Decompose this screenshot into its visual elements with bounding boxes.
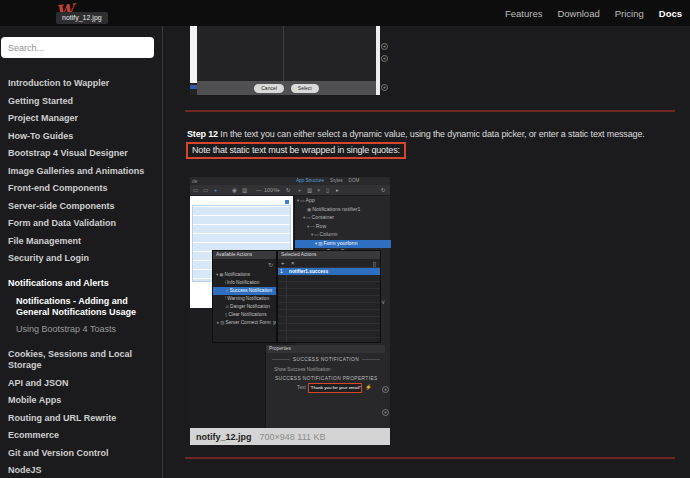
sidebar-item-serverside-components[interactable]: Server-side Components bbox=[8, 201, 156, 212]
text-property-value-highlighted: 'Thank you for your email!' bbox=[308, 383, 362, 393]
sidebar-item-project-manager[interactable]: Project Manager bbox=[8, 113, 156, 124]
zoom-level: 100% bbox=[264, 187, 278, 193]
nav-features[interactable]: Features bbox=[505, 8, 543, 19]
screenshot-page-edge bbox=[190, 26, 197, 83]
available-actions-title: Available Actions bbox=[213, 251, 276, 259]
sidebar-item-ecommerce[interactable]: Ecommerce bbox=[8, 430, 156, 441]
sidebar-item-git[interactable]: Git and Version Control bbox=[8, 448, 156, 459]
image-caption-bar: notify_12.jpg 700×948 111 KB bbox=[190, 428, 390, 445]
sidebar-item-cookies-sessions[interactable]: Cookies, Sessions and Local Storage bbox=[8, 349, 140, 371]
caret-down-icon: ▾ bbox=[307, 224, 309, 229]
dialog-footer-bar: Cancel Select bbox=[197, 81, 376, 95]
chevron-down-icon: ∨ bbox=[381, 298, 385, 305]
sidebar-item-nodejs[interactable]: NodeJS bbox=[8, 465, 156, 476]
action-warning-notification: !Warning Notification bbox=[213, 295, 276, 303]
properties-title: Properties bbox=[266, 345, 385, 353]
row-icon: — bbox=[310, 224, 315, 229]
zoom-out-icon: — bbox=[256, 187, 262, 193]
nav-download[interactable]: Download bbox=[557, 8, 599, 19]
form-icon: ▥ bbox=[318, 241, 322, 246]
check-icon: ✔ bbox=[225, 288, 229, 293]
dynamic-data-picker-icon: ⚡ bbox=[365, 384, 372, 390]
sidebar-item-file-management[interactable]: File Management bbox=[8, 236, 156, 247]
sidebar-item-image-galleries[interactable]: Image Galleries and Animations bbox=[8, 166, 156, 177]
zoom-in-icon: + bbox=[277, 187, 280, 193]
cancel-button: Cancel bbox=[254, 84, 284, 93]
sidebar-section-notifications[interactable]: Notifications and Alerts bbox=[8, 278, 156, 289]
post-divider bbox=[185, 457, 675, 459]
add-circle-icon: + bbox=[381, 55, 388, 62]
sidebar-item-security-login[interactable]: Security and Login bbox=[8, 253, 156, 264]
top-navigation: Features Download Pricing Docs bbox=[505, 0, 682, 26]
selected-actions-title: Selected Actions bbox=[278, 251, 380, 259]
refresh-icon: ↻ bbox=[286, 187, 291, 193]
tree-item-app: ▾▭App bbox=[295, 197, 391, 205]
caret-down-icon: ▾ bbox=[216, 272, 218, 277]
code-tab-fragment: de bbox=[192, 178, 198, 184]
sidebar-item-routing[interactable]: Routing and URL Rewrite bbox=[8, 413, 156, 424]
text-property-label: Text bbox=[297, 385, 306, 390]
row-index: 1 bbox=[280, 268, 283, 275]
empty-rows-grid bbox=[278, 275, 380, 342]
server-icon: ▥ bbox=[220, 320, 224, 325]
screenshot-link-fragment bbox=[190, 85, 197, 89]
sidebar-nav-list: Introduction to Wappler Getting Started … bbox=[1, 78, 162, 476]
delete-icon: × bbox=[317, 187, 320, 193]
screenshot-dialog-bottom[interactable]: Cancel Select + + + bbox=[190, 26, 390, 95]
trash-icon: ▯ bbox=[373, 260, 376, 267]
selection-handle bbox=[285, 200, 289, 204]
properties-section-title: SUCCESS NOTIFICATION bbox=[272, 357, 380, 362]
row-action-name: notifier1.success bbox=[289, 268, 328, 275]
indent-icon: ▸ bbox=[336, 187, 339, 193]
action-danger-notification: ⚠Danger Notification bbox=[213, 303, 276, 311]
add-circle-icon: + bbox=[381, 43, 388, 50]
step-paragraph: Step 12 In the text you can either selec… bbox=[187, 127, 687, 141]
sidebar-item-bootstrap-toasts[interactable]: Using Bootstrap 4 Toasts bbox=[16, 324, 154, 335]
nav-docs[interactable]: Docs bbox=[659, 8, 682, 19]
dialog-column-divider bbox=[283, 26, 284, 81]
sidebar-item-how-to-guides[interactable]: How-To Guides bbox=[8, 131, 156, 142]
bell-icon: ▣ bbox=[219, 272, 223, 277]
post-divider bbox=[185, 110, 675, 112]
nav-pricing[interactable]: Pricing bbox=[615, 8, 644, 19]
sidebar-item-notifications-usage[interactable]: Notifications - Adding and General Notif… bbox=[16, 296, 154, 318]
sidebar-item-api-json[interactable]: API and JSON bbox=[8, 378, 156, 389]
add-element-icon: + bbox=[298, 187, 301, 193]
docs-sidebar: Introduction to Wappler Getting Started … bbox=[0, 26, 163, 478]
properties-panel: Properties SUCCESS NOTIFICATION Show Suc… bbox=[265, 345, 385, 428]
info-icon: i bbox=[225, 280, 226, 285]
sidebar-item-introduction[interactable]: Introduction to Wappler bbox=[8, 78, 156, 89]
sidebar-item-getting-started[interactable]: Getting Started bbox=[8, 96, 156, 107]
bell-icon: ▣ bbox=[307, 207, 311, 212]
panel-tabs: App Structure Styles DOM bbox=[296, 178, 359, 183]
caret-down-icon: ▾ bbox=[315, 241, 317, 246]
search-input[interactable] bbox=[1, 37, 154, 58]
selected-action-row: 1 notifier1.success bbox=[278, 268, 380, 275]
caret-down-icon: ▾ bbox=[311, 232, 313, 237]
tree-item-form-selected: ▾▥Form yourform bbox=[295, 240, 391, 248]
ide-tabstrip: de App Structure Styles DOM bbox=[190, 177, 390, 185]
caret-down-icon: ▾ bbox=[303, 215, 305, 220]
app-icon: ▭ bbox=[300, 198, 304, 203]
eye-icon: ◉ bbox=[232, 187, 237, 193]
screenshot-wappler-ide[interactable]: de App Structure Styles DOM ▭ ▭ + ◉ ▥ — … bbox=[190, 177, 390, 428]
duplicate-icon: ▥ bbox=[307, 187, 312, 193]
text-property-row: Text 'Thank you for your email!' ⚡ bbox=[266, 383, 386, 394]
action-success-notification-selected: ✔Success Notification bbox=[213, 287, 276, 295]
column-icon: ▭ bbox=[314, 232, 318, 237]
step-label: Step 12 bbox=[187, 129, 218, 139]
image-filename[interactable]: notify_12.jpg bbox=[196, 432, 252, 442]
sidebar-item-form-validation[interactable]: Form and Data Validation bbox=[8, 218, 156, 229]
sidebar-item-mobile-apps[interactable]: Mobile Apps bbox=[8, 395, 156, 406]
sidebar-item-frontend-components[interactable]: Front-end Components bbox=[8, 183, 156, 194]
action-info-notification: iInfo Notification bbox=[213, 279, 276, 287]
trash-icon: ▯ bbox=[326, 187, 329, 193]
add-action-icon: + bbox=[281, 260, 285, 266]
sidebar-item-bootstrap-designer[interactable]: Bootstrap 4 Visual Designer bbox=[8, 148, 156, 159]
refresh-icon: ↻ bbox=[381, 187, 386, 193]
monitor-icon: ▭ bbox=[193, 187, 198, 193]
action-description: Show Success Notification bbox=[274, 367, 331, 372]
remove-action-icon: × bbox=[291, 260, 295, 266]
layers-icon: ▥ bbox=[242, 187, 247, 193]
select-button: Select bbox=[291, 84, 319, 93]
